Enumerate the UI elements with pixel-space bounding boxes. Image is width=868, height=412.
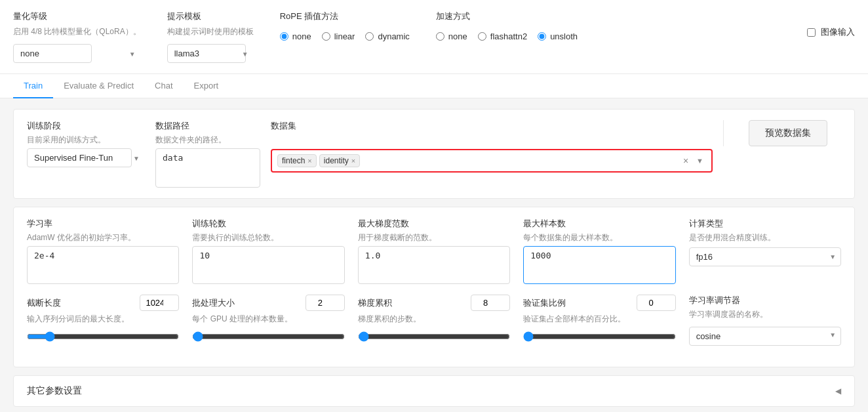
grad-accum-label: 梯度累积 <box>358 297 392 309</box>
cutoff-len-group: 截断长度 输入序列分词后的最大长度。 <box>27 295 179 342</box>
max-samples-desc: 每个数据集的最大样本数。 <box>523 232 675 243</box>
prompt-template-label: 提示模板 <box>167 10 254 22</box>
acceleration-label: 加速方式 <box>436 10 578 22</box>
quantization-desc: 启用 4/8 比特模型量化（QLoRA）。 <box>13 26 141 37</box>
quantization-label: 量化等级 <box>13 10 141 22</box>
batch-size-slider[interactable] <box>192 331 344 342</box>
tag-fintech-close[interactable]: × <box>307 157 311 165</box>
tabs-bar: Train Evaluate & Predict Chat Export <box>0 74 868 98</box>
lr-scheduler-select[interactable]: cosine linear constant cosine_with_resta… <box>689 327 841 346</box>
compute-type-desc: 是否使用混合精度训练。 <box>689 232 841 243</box>
tag-fintech-label: fintech <box>282 156 305 165</box>
stage-select-arrow: ▼ <box>133 154 140 161</box>
cutoff-len-input[interactable] <box>140 295 179 311</box>
val-ratio-input[interactable] <box>637 295 676 311</box>
max-samples-label: 最大样本数 <box>523 218 675 230</box>
epochs-input[interactable]: 10 <box>192 246 344 284</box>
val-ratio-label: 验证集比例 <box>523 297 566 309</box>
image-input-checkbox[interactable] <box>807 28 816 37</box>
epochs-desc: 需要执行的训练总轮数。 <box>192 232 344 243</box>
stage-label: 训练阶段 <box>27 120 145 132</box>
rope-group: RoPE 插值方法 none linear dynamic <box>280 10 410 41</box>
acceleration-option-none[interactable]: none <box>436 31 467 41</box>
val-ratio-desc: 验证集占全部样本的百分比。 <box>523 314 675 325</box>
quantization-select-wrapper: none 4bit 8bit ▼ <box>13 44 141 63</box>
dataset-field[interactable]: fintech × identity × × ▼ <box>271 149 713 173</box>
max-samples-input[interactable]: 1000 <box>523 246 675 284</box>
max-grad-norm-group: 最大梯度范数 用于梯度截断的范数。 1.0 <box>358 218 510 284</box>
train-config-row: 训练阶段 目前采用的训练方式。 Supervised Fine-Tuning P… <box>13 109 855 199</box>
cutoff-row: 截断长度 输入序列分词后的最大长度。 批处理大小 每个 GPU 处理的样本数量。… <box>27 295 841 346</box>
tab-train[interactable]: Train <box>13 74 53 98</box>
max-grad-norm-input[interactable]: 1.0 <box>358 246 510 284</box>
stage-group: 训练阶段 目前采用的训练方式。 Supervised Fine-Tuning P… <box>27 120 145 167</box>
dataset-dropdown-button[interactable]: ▼ <box>694 157 706 165</box>
acceleration-option-flashattn2[interactable]: flashattn2 <box>478 31 527 41</box>
quantization-select[interactable]: none 4bit 8bit <box>13 44 92 63</box>
lr-scheduler-desc: 学习率调度器的名称。 <box>689 309 841 320</box>
data-path-input[interactable]: data <box>155 148 260 188</box>
stage-select-wrapper: Supervised Fine-Tuning Pre-Training RLHF… <box>27 148 145 167</box>
prompt-template-group: 提示模板 构建提示词时使用的模板 llama3 default alpaca ▼ <box>167 10 254 63</box>
val-ratio-slider[interactable] <box>523 331 675 342</box>
other-params-section: 其它参数设置 ◀ <box>13 375 855 407</box>
max-grad-norm-label: 最大梯度范数 <box>358 218 510 230</box>
learning-rate-input[interactable]: 2e-4 <box>27 246 179 284</box>
tag-identity-label: identity <box>324 156 349 165</box>
rope-radio-group: none linear dynamic <box>280 31 410 41</box>
learning-rate-desc: AdamW 优化器的初始学习率。 <box>27 232 179 243</box>
rope-option-linear[interactable]: linear <box>322 31 355 41</box>
val-ratio-group: 验证集比例 验证集占全部样本的百分比。 <box>523 295 675 342</box>
image-input-label: 图像输入 <box>821 26 855 38</box>
other-params-collapse-icon: ◀ <box>835 386 841 396</box>
data-path-desc: 数据文件夹的路径。 <box>155 134 260 146</box>
acceleration-option-unsloth[interactable]: unsloth <box>538 31 578 41</box>
acceleration-radio-group: none flashattn2 unsloth <box>436 31 578 41</box>
epochs-group: 训练轮数 需要执行的训练总轮数。 10 <box>192 218 344 284</box>
dataset-desc <box>271 134 713 144</box>
rope-label: RoPE 插值方法 <box>280 10 410 22</box>
dataset-clear-button[interactable]: × <box>681 155 691 166</box>
prompt-template-select[interactable]: llama3 default alpaca <box>167 44 246 63</box>
preview-dataset-button[interactable]: 预览数据集 <box>749 120 827 146</box>
acceleration-group: 加速方式 none flashattn2 unsloth <box>436 10 578 41</box>
epochs-label: 训练轮数 <box>192 218 344 230</box>
compute-type-label: 计算类型 <box>689 218 841 230</box>
dataset-group: 数据集 fintech × identity × × ▼ <box>271 120 713 173</box>
tag-identity-close[interactable]: × <box>351 157 355 165</box>
rope-option-none[interactable]: none <box>280 31 311 41</box>
compute-type-select[interactable]: fp16 bf16 fp32 pure_bf16 <box>689 247 841 266</box>
tab-chat[interactable]: Chat <box>144 74 183 98</box>
data-path-group: 数据路径 数据文件夹的路径。 data <box>155 120 260 188</box>
batch-size-input[interactable] <box>306 295 345 311</box>
other-params-header[interactable]: 其它参数设置 ◀ <box>14 376 854 406</box>
max-grad-norm-desc: 用于梯度截断的范数。 <box>358 232 510 243</box>
grad-accum-input[interactable] <box>471 295 510 311</box>
batch-size-group: 批处理大小 每个 GPU 处理的样本数量。 <box>192 295 344 342</box>
compute-type-group: 计算类型 是否使用混合精度训练。 fp16 bf16 fp32 pure_bf1… <box>689 218 841 284</box>
max-samples-group: 最大样本数 每个数据集的最大样本数。 1000 <box>523 218 675 284</box>
main-content: 训练阶段 目前采用的训练方式。 Supervised Fine-Tuning P… <box>0 98 868 412</box>
preview-col: 预览数据集 <box>723 120 841 146</box>
stage-select[interactable]: Supervised Fine-Tuning Pre-Training RLHF… <box>27 148 132 167</box>
cutoff-len-slider[interactable] <box>27 331 179 342</box>
batch-size-label: 批处理大小 <box>192 297 235 309</box>
prompt-template-select-wrapper: llama3 default alpaca ▼ <box>167 44 254 63</box>
grad-accum-slider[interactable] <box>358 331 510 342</box>
other-params-title: 其它参数设置 <box>27 385 82 397</box>
image-input-group: 图像输入 <box>807 26 855 38</box>
prompt-template-desc: 构建提示词时使用的模板 <box>167 26 254 37</box>
grad-accum-desc: 梯度累积的步数。 <box>358 314 510 325</box>
tag-fintech: fintech × <box>277 154 317 167</box>
learning-rate-label: 学习率 <box>27 218 179 230</box>
quantization-select-arrow: ▼ <box>129 50 136 57</box>
lr-scheduler-group: 学习率调节器 学习率调度器的名称。 cosine linear constant… <box>689 295 841 346</box>
quantization-group: 量化等级 启用 4/8 比特模型量化（QLoRA）。 none 4bit 8bi… <box>13 10 141 63</box>
compute-type-select-wrapper: fp16 bf16 fp32 pure_bf16 ▼ <box>689 246 841 266</box>
tab-evaluate[interactable]: Evaluate & Predict <box>53 74 144 98</box>
tab-export[interactable]: Export <box>184 74 229 98</box>
rope-option-dynamic[interactable]: dynamic <box>365 31 409 41</box>
cutoff-len-label: 截断长度 <box>27 297 61 309</box>
params-row-1: 学习率 AdamW 优化器的初始学习率。 2e-4 训练轮数 需要执行的训练总轮… <box>27 218 841 284</box>
grad-accum-group: 梯度累积 梯度累积的步数。 <box>358 295 510 342</box>
